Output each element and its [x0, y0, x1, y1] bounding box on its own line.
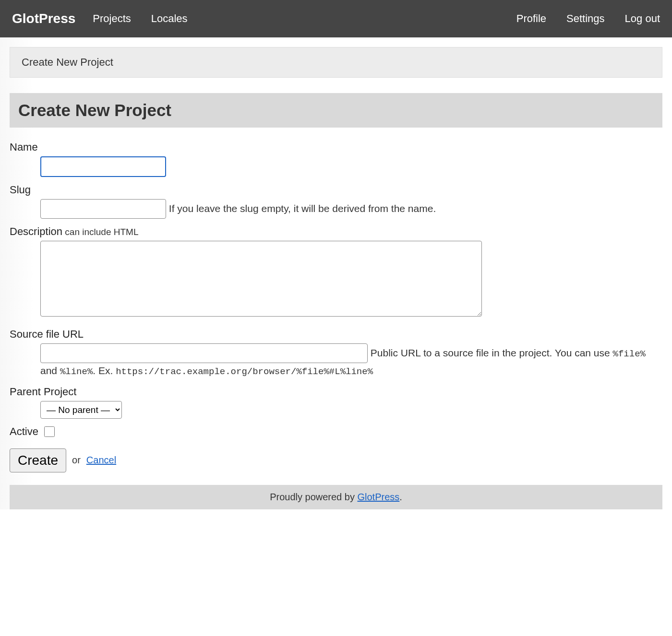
slug-label: Slug: [10, 184, 662, 196]
source-url-hint-mid1: and: [40, 365, 60, 376]
description-label-text: Description: [10, 225, 62, 237]
source-url-label: Source file URL: [10, 328, 662, 341]
slug-hint: If you leave the slug empty, it will be …: [169, 203, 436, 214]
description-textarea[interactable]: [40, 241, 482, 317]
nav-projects[interactable]: Projects: [93, 12, 131, 25]
source-url-input[interactable]: [40, 343, 368, 363]
or-text: or: [72, 455, 81, 466]
active-checkbox[interactable]: [44, 426, 55, 437]
nav-settings[interactable]: Settings: [566, 12, 605, 25]
cancel-link[interactable]: Cancel: [86, 455, 116, 466]
active-label: Active: [10, 425, 38, 438]
nav-right: Profile Settings Log out: [516, 12, 660, 25]
create-button[interactable]: Create: [10, 448, 66, 472]
name-label: Name: [10, 141, 662, 153]
project-form: Name Slug If you leave the slug empty, i…: [10, 141, 662, 438]
nav-logout[interactable]: Log out: [625, 12, 660, 25]
footer-suffix: .: [399, 492, 402, 502]
content: Create New Project Create New Project Na…: [0, 37, 672, 509]
source-url-token-line: %line%: [60, 366, 93, 377]
slug-input[interactable]: [40, 199, 166, 219]
breadcrumb: Create New Project: [10, 47, 662, 78]
footer-text: Proudly powered by: [270, 492, 357, 502]
nav-profile[interactable]: Profile: [516, 12, 546, 25]
description-label: Description can include HTML: [10, 225, 662, 238]
nav-left: Projects Locales: [93, 12, 516, 25]
source-url-hint-pre: Public URL to a source file in the proje…: [371, 347, 613, 358]
source-url-hint-mid2: . Ex.: [93, 365, 116, 376]
source-url-example: https://trac.example.org/browser/%file%#…: [116, 366, 373, 377]
parent-label: Parent Project: [10, 386, 662, 398]
page-title: Create New Project: [10, 93, 662, 128]
parent-select[interactable]: — No parent —: [40, 401, 122, 419]
footer-link[interactable]: GlotPress: [357, 492, 399, 502]
name-input[interactable]: [40, 156, 166, 177]
form-actions: Create or Cancel: [10, 448, 662, 472]
footer: Proudly powered by GlotPress.: [10, 485, 662, 509]
description-hint: can include HTML: [62, 227, 138, 237]
top-bar: GlotPress Projects Locales Profile Setti…: [0, 0, 672, 37]
nav-locales[interactable]: Locales: [151, 12, 188, 25]
source-url-token-file: %file%: [613, 349, 646, 359]
active-row: Active: [10, 425, 662, 438]
brand-logo[interactable]: GlotPress: [12, 11, 75, 26]
